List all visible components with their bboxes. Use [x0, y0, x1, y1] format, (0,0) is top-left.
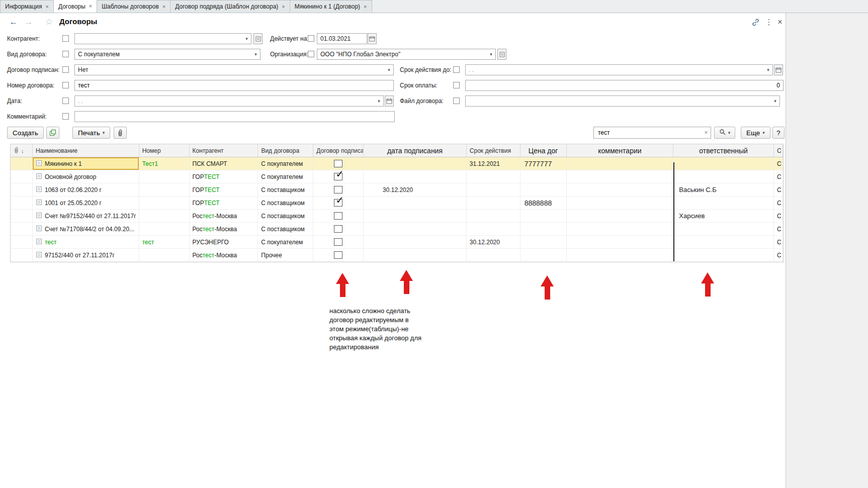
filter-checkbox-srok-deystviya-do[interactable]	[453, 66, 460, 73]
link-icon[interactable]	[750, 17, 760, 27]
column-header-resp[interactable]: ответственный	[673, 144, 774, 157]
table-row[interactable]: Счет №71708/44/2 от 04.09.20...Ростест-М…	[11, 223, 783, 236]
page-title: Договоры	[59, 17, 97, 26]
organizatsiya-choose-button[interactable]	[497, 49, 506, 60]
back-button[interactable]: ←	[7, 16, 20, 28]
filter-deystvuet-na-date[interactable]: 01.03.2021	[317, 33, 367, 44]
filter-checkbox-kontragent[interactable]	[62, 35, 69, 42]
chevron-down-icon[interactable]: ▾	[385, 65, 393, 75]
table-row[interactable]: Основной договорГОРТЕСТС покупателем✓С	[11, 170, 783, 183]
tab-close-icon[interactable]: ×	[364, 4, 367, 10]
signed-checkbox[interactable]	[334, 186, 342, 193]
column-header-sdate[interactable]: дата подписания	[364, 144, 467, 157]
close-icon[interactable]: ×	[775, 17, 785, 27]
more-menu-icon[interactable]: ⋮	[764, 17, 774, 27]
table-row[interactable]: Мякинино к 1Тест1ПСК СМАРТС покупателем3…	[11, 157, 783, 170]
signed-checkbox[interactable]: ✓	[334, 173, 342, 180]
tab-close-icon[interactable]: ×	[89, 4, 92, 9]
attachment-button[interactable]	[114, 127, 127, 139]
search-clear-icon[interactable]: ×	[702, 129, 711, 136]
kommentariy-input[interactable]	[75, 112, 394, 122]
filter-checkbox-vid-dogovora[interactable]	[62, 51, 69, 57]
srok-oplaty-input[interactable]	[466, 80, 783, 90]
calendar-icon[interactable]	[774, 64, 783, 75]
cell-term	[467, 249, 520, 261]
column-header-term[interactable]: Срок действия	[467, 144, 520, 157]
create-button[interactable]: Создать	[7, 127, 44, 139]
filter-checkbox-fayl-dogovora[interactable]	[453, 97, 460, 104]
tab-3[interactable]: Договор подряда (Шаблон договора)×	[170, 0, 290, 13]
column-header-contr[interactable]: Контрагент	[190, 144, 258, 157]
cell-kind: С поставщиком	[258, 210, 313, 222]
signed-checkbox[interactable]	[334, 225, 342, 233]
document-icon	[36, 225, 45, 233]
tab-close-icon[interactable]: ×	[282, 4, 285, 10]
tab-1[interactable]: Договоры×	[53, 0, 97, 13]
signed-checkbox[interactable]	[334, 251, 342, 259]
table-row[interactable]: 1063 от 02.06.2020 гГОРТЕСТС поставщиком…	[11, 183, 783, 197]
table-row[interactable]: тесттестРУСЭНЕРГОС покупателем30.12.2020…	[11, 236, 783, 249]
tab-2[interactable]: Шаблоны договоров×	[97, 0, 170, 13]
calendar-icon[interactable]	[385, 95, 394, 107]
chevron-down-icon[interactable]: ▾	[771, 96, 779, 106]
search-button[interactable]: ▾	[714, 127, 735, 139]
tab-close-icon[interactable]: ×	[162, 4, 165, 10]
filter-checkbox-organizatsiya[interactable]	[308, 51, 314, 57]
print-button[interactable]: Печать ▾	[72, 127, 110, 139]
chevron-down-icon[interactable]: ▾	[764, 65, 772, 75]
filter-checkbox-nomer-dogovora[interactable]	[62, 82, 69, 88]
filter-checkbox-deystvuet-na[interactable]	[308, 35, 314, 42]
filter-organizatsiya-combo[interactable]: ООО "НПО Глобал Электро" ▾	[317, 49, 496, 60]
filter-kontragent-combo[interactable]: ▾	[74, 33, 251, 44]
filter-fayl-dogovora-combo[interactable]: ▾	[465, 95, 780, 107]
chevron-down-icon[interactable]: ▾	[487, 49, 495, 59]
column-header-kind[interactable]: Вид договора	[258, 144, 313, 157]
filter-vid-dogovora-value: С покупателем	[75, 51, 251, 58]
filter-checkbox-srok-oplaty[interactable]	[453, 82, 460, 88]
filter-data-combo[interactable]: . . ▾	[74, 95, 384, 107]
tab-close-icon[interactable]: ×	[45, 4, 48, 10]
help-button[interactable]: ?	[772, 127, 785, 139]
filter-organizatsiya-value: ООО "НПО Глобал Электро"	[317, 51, 487, 58]
table-row[interactable]: 97152/440 от 27.11.2017гРостест-МоскваПр…	[11, 249, 783, 262]
signed-checkbox[interactable]	[334, 238, 342, 246]
tab-0[interactable]: Информация×	[0, 0, 54, 13]
signed-checkbox[interactable]	[334, 212, 342, 220]
table-row[interactable]: 1001 от 25.05.2020 гГОРТЕСТС поставщиком…	[11, 197, 783, 210]
filter-checkbox-kommentariy[interactable]	[62, 113, 69, 120]
column-header-icons[interactable]: ↓	[11, 144, 33, 157]
calendar-icon[interactable]	[368, 33, 377, 44]
filter-checkbox-dogovor-podpisan[interactable]	[62, 66, 69, 73]
column-header-tail[interactable]: С	[774, 144, 783, 157]
kontragent-choose-button[interactable]	[253, 33, 263, 44]
filter-checkbox-data[interactable]	[62, 97, 69, 104]
filter-dogovor-podpisan-combo[interactable]: Нет ▾	[74, 64, 394, 75]
signed-checkbox[interactable]	[334, 160, 342, 167]
filter-vid-dogovora-combo[interactable]: С покупателем ▾	[74, 49, 261, 60]
chevron-down-icon[interactable]: ▾	[251, 49, 260, 59]
more-button[interactable]: Еще ▾	[741, 127, 770, 139]
filter-nomer-dogovora-field	[74, 80, 394, 91]
column-header-num[interactable]: Номер	[139, 144, 190, 157]
cell-name: тест	[33, 236, 139, 248]
copy-button[interactable]	[46, 127, 59, 139]
column-header-sign[interactable]: Договор подписан:	[313, 144, 364, 157]
tab-4[interactable]: Мякинино к 1 (Договор)×	[290, 0, 372, 13]
search-input[interactable]	[594, 127, 702, 138]
column-header-name[interactable]: Наименование	[33, 144, 139, 157]
chevron-down-icon[interactable]: ▾	[242, 34, 251, 44]
column-header-price[interactable]: Цена дог	[520, 144, 567, 157]
column-header-comm[interactable]: комментарии	[567, 144, 674, 157]
favorite-star-icon[interactable]: ☆	[45, 17, 53, 27]
chevron-down-icon[interactable]: ▾	[375, 96, 383, 106]
cell-price	[520, 249, 567, 261]
nomer-dogovora-input[interactable]	[75, 80, 393, 90]
cell-contr: РУСЭНЕРГО	[190, 236, 258, 248]
table-row[interactable]: Счет №97152/440 от 27.11.2017гРостест-Мо…	[11, 210, 783, 223]
search-box: ×	[593, 127, 711, 139]
cell-sdate	[364, 170, 467, 183]
forward-button[interactable]: →	[22, 16, 35, 28]
filter-label-srok-deystviya-do: Срок действия до:	[400, 64, 451, 75]
filter-srok-deystviya-do-combo[interactable]: . . ▾	[465, 64, 773, 75]
signed-checkbox[interactable]: ✓	[334, 199, 342, 207]
